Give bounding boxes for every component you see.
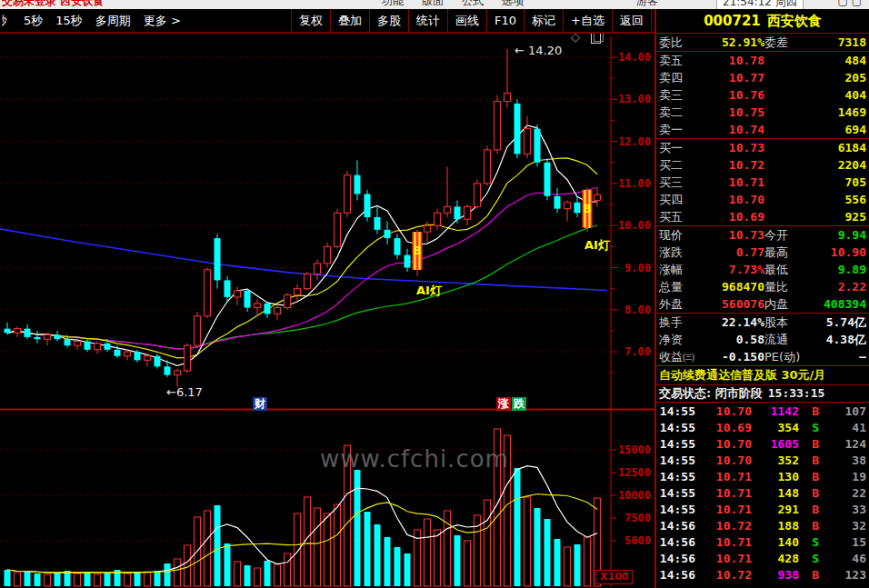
bid-label: 买一: [659, 140, 695, 156]
info-value: 968470: [699, 280, 764, 294]
toolbar-button-7[interactable]: +自选: [563, 9, 612, 32]
bid-book: 买一10.736184买二10.722204买三10.71705买四10.705…: [656, 138, 869, 225]
info-value: 9.89: [808, 263, 866, 276]
toolbar-button-5[interactable]: F10: [486, 9, 524, 32]
tick-row-10: 14:5610.72938B123: [656, 566, 869, 583]
info-label: 净资: [659, 332, 699, 348]
tick-price: 10.71: [695, 486, 752, 500]
tick-row-0: 14:5510.701142B107: [656, 403, 869, 419]
info-row-4: 外盘560076内盘408394: [656, 295, 869, 313]
info-value: 560076: [699, 297, 764, 311]
tick-row-2: 14:5510.701605B124: [656, 435, 869, 452]
tick-time: 14:56: [659, 519, 695, 533]
period-tab-2[interactable]: 多周期: [95, 13, 131, 29]
bid-price: 10.73: [695, 141, 764, 154]
bid-row-1[interactable]: 买二10.722204: [656, 156, 869, 174]
toolbar-button-6[interactable]: 标记: [524, 9, 563, 32]
ask-row-1[interactable]: 卖四10.77205: [656, 69, 869, 86]
ask-qty: 694: [764, 123, 866, 136]
svg-text:B: B: [413, 244, 421, 257]
svg-text:13.00: 13.00: [618, 93, 651, 105]
bid-label: 买二: [659, 157, 695, 174]
period-tab-0[interactable]: 5秒: [24, 13, 43, 29]
info-label: 涨跌: [659, 244, 699, 261]
info-row-7: 收益㈢-0.150PE(动)—: [656, 348, 869, 365]
weicha-value: 7318: [808, 35, 866, 49]
menu-item-公式[interactable]: 公式: [462, 0, 484, 8]
tick-list: 14:5510.701142B10714:5510.69354S4114:551…: [656, 402, 869, 583]
bid-row-2[interactable]: 买三10.71705: [656, 174, 869, 191]
ai-signal-label-2: AI灯: [584, 237, 610, 254]
menu-item-功能[interactable]: 功能: [382, 0, 404, 8]
period-tab-3[interactable]: 更多 >: [144, 13, 181, 29]
promo-banner[interactable]: 自动续费通达信普及版 30元/月: [656, 365, 869, 384]
svg-text:7500: 7500: [624, 512, 651, 524]
info-label: 今开: [764, 227, 808, 244]
rise-badge[interactable]: 涨: [496, 397, 511, 411]
toolbar-button-4[interactable]: 画线: [447, 9, 486, 32]
info-label: 量比: [764, 279, 808, 295]
info-value: 0.77: [699, 245, 764, 259]
svg-text:B: B: [583, 203, 591, 215]
info-value: 10.90: [808, 245, 866, 259]
tick-direction: B: [799, 503, 819, 516]
quote-panel: 000721 西安饮食 委比52.91%委差7318 卖五10.78484卖四1…: [654, 9, 869, 588]
info-label: 内盘: [764, 296, 808, 313]
tick-row-3: 14:5510.70352B38: [656, 452, 869, 468]
info-label: 流通: [764, 332, 808, 348]
bid-label: 买四: [659, 192, 695, 208]
ai-signal-label-1: AI灯: [416, 283, 442, 299]
info-value: 4.38亿: [808, 332, 866, 348]
stock-name: 西安饮食: [767, 13, 822, 30]
tick-count: 32: [819, 519, 866, 533]
toolbar-button-0[interactable]: 复权: [291, 9, 330, 32]
info-value: 9.94: [808, 228, 866, 242]
tick-direction: B: [799, 486, 819, 500]
ask-row-4[interactable]: 卖一10.74694: [656, 121, 869, 138]
menu-bar: 功能版面公式选项: [382, 0, 524, 8]
period-tab-1[interactable]: 15秒: [55, 13, 83, 29]
tick-row-7: 14:5610.72188B32: [656, 517, 869, 533]
weibi-row: 委比52.91%委差7318: [656, 34, 869, 51]
bid-row-4[interactable]: 买五10.69925: [656, 208, 869, 225]
info-value: 5.74亿: [808, 314, 866, 331]
ask-row-0[interactable]: 卖五10.78484: [656, 52, 869, 69]
ask-row-2[interactable]: 卖三10.76404: [656, 86, 869, 104]
toolbar-button-1[interactable]: 叠加: [330, 9, 369, 32]
toolbar-button-3[interactable]: 统计: [408, 9, 447, 32]
info-value: 22.14%: [699, 315, 764, 329]
menu-item-版面[interactable]: 版面: [422, 0, 444, 8]
info-value: 408394: [808, 297, 866, 311]
quote-info: 现价10.73今开9.94涨跌0.77最高10.90涨幅7.73%最低9.89总…: [656, 225, 869, 365]
tick-direction: B: [799, 453, 819, 467]
toolbar-button-8[interactable]: 返回: [612, 9, 652, 32]
tick-direction: B: [799, 437, 819, 451]
trade-status-row: 交易状态: 闭市阶段 15:33:15: [656, 384, 869, 402]
finance-badge[interactable]: 财: [253, 397, 267, 411]
bid-price: 10.70: [695, 193, 764, 206]
bid-row-3[interactable]: 买四10.70556: [656, 191, 869, 208]
login-status-text: 交易未登录 西安饮食: [2, 0, 104, 8]
trade-status: 交易状态: 闭市阶段: [659, 385, 763, 402]
tab-clipped[interactable]: 秒: [2, 13, 11, 29]
bid-row-0[interactable]: 买一10.736184: [656, 139, 869, 156]
tick-price: 10.69: [695, 421, 752, 434]
tick-price: 10.72: [695, 519, 752, 533]
bid-price: 10.69: [695, 210, 764, 224]
tick-time: 14:56: [659, 552, 695, 565]
tick-count: 33: [819, 503, 866, 516]
info-label: 涨幅: [659, 262, 699, 278]
info-value: -0.150: [699, 350, 764, 364]
window-controls[interactable]: ▢ ▢: [838, 0, 863, 8]
bid-qty: 925: [764, 210, 866, 224]
ask-label: 卖四: [659, 70, 695, 86]
tick-time: 14:55: [659, 486, 695, 500]
menu-item-选项[interactable]: 选项: [502, 0, 524, 8]
toolbar-button-2[interactable]: 多股: [369, 9, 408, 32]
tick-direction: S: [799, 421, 819, 434]
info-value: —: [808, 350, 866, 364]
tick-price: 10.71: [695, 552, 752, 565]
ask-row-3[interactable]: 卖二10.751469: [656, 104, 869, 121]
fall-badge[interactable]: 跌: [512, 397, 526, 411]
stock-title: 000721 西安饮食: [656, 9, 869, 33]
